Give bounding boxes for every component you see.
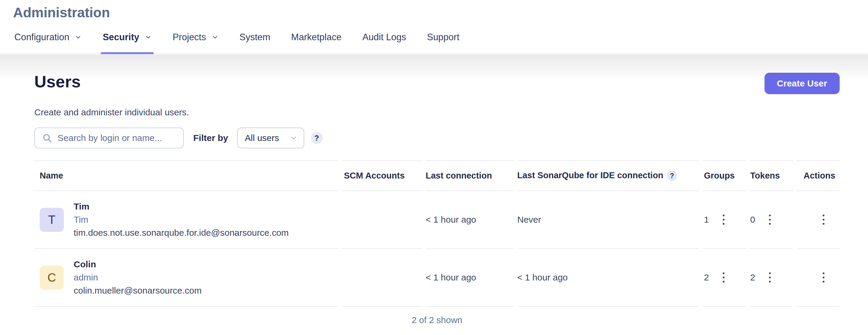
groups-menu-button[interactable]: [720, 270, 727, 285]
tokens-menu-button[interactable]: [766, 270, 774, 285]
last-ide-connection-cell: Never: [517, 191, 699, 249]
users-page: Users Create User Create and administer …: [0, 72, 868, 331]
nav-item-label: System: [240, 32, 270, 43]
users-table: Name SCM Accounts Last connection Last S…: [34, 160, 840, 331]
groups-count: 2: [704, 272, 709, 282]
table-header-row: Name SCM Accounts Last connection Last S…: [34, 160, 840, 191]
chevron-down-icon: [212, 34, 219, 41]
filter-help-icon[interactable]: ?: [311, 132, 323, 144]
page-subtitle: Create and administer individual users.: [34, 107, 840, 118]
filter-select-value: All users: [245, 133, 279, 143]
chevron-down-icon: [74, 34, 82, 41]
nav-item-label: Configuration: [14, 32, 69, 43]
column-header-last-ide-connection: Last SonarQube for IDE connection?: [517, 160, 699, 191]
column-header-last-connection: Last connection: [426, 160, 514, 191]
app-title: Administration: [13, 0, 868, 21]
groups-menu-button[interactable]: [720, 212, 727, 227]
table-row: T Tim Tim tim.does.not.use.sonarqube.for…: [34, 191, 840, 249]
nav-item-label: Support: [427, 32, 459, 43]
column-header-actions: Actions: [797, 160, 840, 191]
user-name: Tim: [74, 200, 289, 213]
nav-item-projects[interactable]: Projects: [173, 21, 219, 54]
nav-item-support[interactable]: Support: [427, 21, 459, 54]
nav-item-configuration[interactable]: Configuration: [14, 21, 82, 54]
user-name: Colin: [74, 258, 202, 271]
results-count: 2 of 2 shown: [34, 307, 840, 331]
row-actions-menu-button[interactable]: [820, 212, 828, 227]
nav-item-security[interactable]: Security: [103, 21, 152, 54]
search-box: [34, 128, 184, 148]
ide-connection-help-icon[interactable]: ?: [667, 171, 677, 181]
row-actions-menu-button[interactable]: [820, 270, 828, 285]
users-toolbar: Filter by All users ?: [34, 128, 840, 148]
search-icon: [42, 133, 52, 143]
table-row: C Colin admin colin.mueller@sonarsource.…: [34, 249, 840, 307]
column-header-groups: Groups: [703, 160, 746, 191]
column-header-name: Name: [34, 160, 338, 191]
search-input[interactable]: [58, 133, 177, 143]
user-login-link[interactable]: Tim: [74, 213, 289, 226]
nav-item-system[interactable]: System: [240, 21, 270, 54]
column-header-label: Last SonarQube for IDE connection: [517, 170, 663, 180]
masthead: Administration Configuration Security Pr…: [0, 0, 868, 54]
nav-item-label: Audit Logs: [363, 32, 406, 43]
tokens-count: 2: [750, 272, 755, 282]
filter-by-label: Filter by: [193, 133, 228, 143]
column-header-scm-accounts: SCM Accounts: [342, 160, 422, 191]
chevron-down-icon: [145, 34, 152, 41]
filter-select[interactable]: All users: [237, 128, 304, 148]
user-email: colin.mueller@sonarsource.com: [74, 284, 202, 297]
chevron-down-icon: [289, 134, 298, 142]
main-nav: Configuration Security Projects System M…: [13, 21, 868, 54]
nav-item-marketplace[interactable]: Marketplace: [291, 21, 342, 54]
column-header-tokens: Tokens: [750, 160, 793, 191]
scm-accounts-cell: [342, 249, 422, 307]
kebab-icon: [722, 214, 725, 225]
nav-item-label: Security: [103, 32, 139, 43]
last-connection-cell: < 1 hour ago: [426, 249, 514, 307]
tokens-menu-button[interactable]: [766, 212, 774, 227]
nav-item-label: Marketplace: [291, 32, 342, 43]
kebab-icon: [822, 272, 825, 283]
kebab-icon: [768, 272, 771, 283]
user-login-link[interactable]: admin: [74, 271, 202, 284]
avatar: T: [40, 208, 64, 232]
kebab-icon: [768, 214, 771, 225]
nav-item-audit-logs[interactable]: Audit Logs: [363, 21, 406, 54]
scm-accounts-cell: [342, 191, 422, 249]
tokens-count: 0: [750, 214, 755, 225]
nav-item-label: Projects: [173, 32, 206, 43]
last-connection-cell: < 1 hour ago: [426, 191, 514, 249]
last-ide-connection-cell: < 1 hour ago: [517, 249, 699, 307]
kebab-icon: [822, 214, 825, 225]
groups-count: 1: [704, 214, 709, 225]
kebab-icon: [722, 272, 725, 283]
user-email: tim.does.not.use.sonarqube.for.ide@sonar…: [74, 226, 289, 239]
avatar: C: [40, 266, 64, 290]
page-title: Users: [34, 72, 81, 91]
create-user-button[interactable]: Create User: [765, 73, 840, 94]
